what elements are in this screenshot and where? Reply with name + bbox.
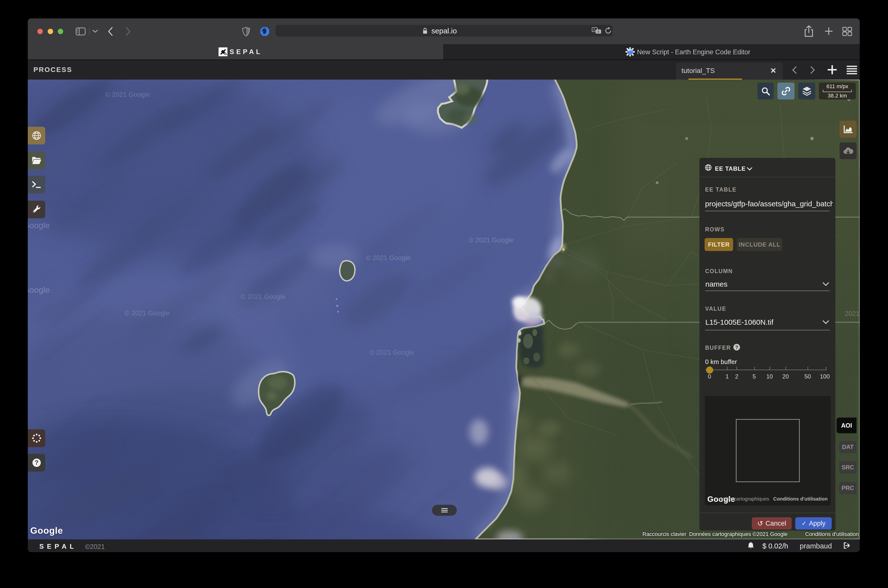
svg-text:文: 文: [597, 30, 600, 33]
svg-text:2021: 2021: [845, 310, 859, 317]
svg-text:A: A: [593, 28, 596, 32]
svg-text:?: ?: [35, 459, 38, 466]
svg-text:© 2021 Google: © 2021 Google: [125, 309, 169, 317]
svg-text:© 2021 Google: © 2021 Google: [370, 349, 414, 356]
svg-text:© 2021 Google: © 2021 Google: [105, 91, 150, 98]
svg-text:Google: Google: [28, 220, 50, 230]
svg-text:Google: Google: [28, 285, 50, 294]
svg-text:© 2021 Google: © 2021 Google: [366, 254, 411, 262]
svg-text:© 2021 Google: © 2021 Google: [469, 237, 513, 244]
svg-text:© 2021 Google: © 2021 Google: [241, 293, 286, 300]
